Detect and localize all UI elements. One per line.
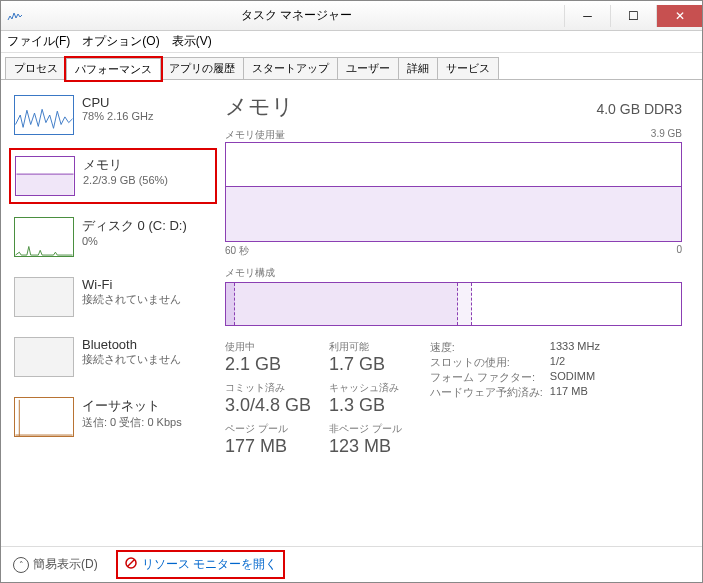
memory-thumb <box>15 156 75 196</box>
tab-details[interactable]: 詳細 <box>398 57 438 79</box>
main-subtitle: 4.0 GB DDR3 <box>596 101 682 117</box>
form-label: フォーム ファクター: <box>430 370 550 385</box>
commit-label: コミット済み <box>225 381 311 395</box>
menubar: ファイル(F) オプション(O) 表示(V) <box>1 31 702 53</box>
sidebar-item-bluetooth[interactable]: Bluetooth 接続されていません <box>9 330 217 384</box>
app-icon <box>7 8 23 24</box>
eth-thumb <box>14 397 74 437</box>
speed-value: 1333 MHz <box>550 340 600 355</box>
tab-users[interactable]: ユーザー <box>337 57 399 79</box>
memory-details-table: 速度:1333 MHz スロットの使用:1/2 フォーム ファクター:SODIM… <box>430 340 600 463</box>
slots-value: 1/2 <box>550 355 565 370</box>
memory-val: 2.2/3.9 GB (56%) <box>83 174 168 186</box>
main-title: メモリ <box>225 92 294 122</box>
svg-rect-0 <box>17 174 74 195</box>
memory-composition-chart <box>225 282 682 326</box>
resource-monitor-icon <box>124 556 138 573</box>
tab-startup[interactable]: スタートアップ <box>243 57 338 79</box>
commit-value: 3.0/4.8 GB <box>225 395 311 416</box>
sidebar-item-wifi[interactable]: Wi-Fi 接続されていません <box>9 270 217 324</box>
wifi-thumb <box>14 277 74 317</box>
maximize-button[interactable]: ☐ <box>610 5 656 27</box>
hw-value: 117 MB <box>550 385 588 400</box>
fewer-details-button[interactable]: ˄ 簡易表示(D) <box>13 556 98 573</box>
bt-name: Bluetooth <box>82 337 181 352</box>
eth-val: 送信: 0 受信: 0 Kbps <box>82 415 182 430</box>
svg-line-5 <box>127 560 134 567</box>
cpu-thumb <box>14 95 74 135</box>
sidebar-item-ethernet[interactable]: イーサネット 送信: 0 受信: 0 Kbps <box>9 390 217 444</box>
open-resource-monitor-label[interactable]: リソース モニターを開く <box>142 556 277 573</box>
wifi-val: 接続されていません <box>82 292 181 307</box>
eth-name: イーサネット <box>82 397 182 415</box>
footer: ˄ 簡易表示(D) リソース モニターを開く <box>1 546 702 582</box>
cached-label: キャッシュ済み <box>329 381 402 395</box>
sidebar-item-memory[interactable]: メモリ 2.2/3.9 GB (56%) <box>9 148 217 204</box>
sidebar-item-disk[interactable]: ディスク 0 (C: D:) 0% <box>9 210 217 264</box>
menu-view[interactable]: 表示(V) <box>172 33 212 50</box>
speed-label: 速度: <box>430 340 550 355</box>
minimize-button[interactable]: ─ <box>564 5 610 27</box>
nonpaged-value: 123 MB <box>329 436 402 457</box>
bt-val: 接続されていません <box>82 352 181 367</box>
tab-performance[interactable]: パフォーマンス <box>66 58 161 80</box>
tab-services[interactable]: サービス <box>437 57 499 79</box>
open-resource-monitor-link[interactable]: リソース モニターを開く <box>116 550 285 579</box>
nonpaged-label: 非ページ プール <box>329 422 402 436</box>
usage-max: 3.9 GB <box>651 128 682 142</box>
wifi-name: Wi-Fi <box>82 277 181 292</box>
tab-app-history[interactable]: アプリの履歴 <box>160 57 244 79</box>
tabstrip: プロセス パフォーマンス アプリの履歴 スタートアップ ユーザー 詳細 サービス <box>1 53 702 80</box>
main-panel: メモリ 4.0 GB DDR3 メモリ使用量 3.9 GB 60 秒 0 メモリ… <box>221 88 694 538</box>
sidebar: CPU 78% 2.16 GHz メモリ 2.2/3.9 GB (56%) ディ… <box>9 88 217 538</box>
in-use-label: 使用中 <box>225 340 311 354</box>
cpu-val: 78% 2.16 GHz <box>82 110 154 122</box>
hw-label: ハードウェア予約済み: <box>430 385 550 400</box>
in-use-value: 2.1 GB <box>225 354 311 375</box>
menu-file[interactable]: ファイル(F) <box>7 33 70 50</box>
memory-name: メモリ <box>83 156 168 174</box>
avail-label: 利用可能 <box>329 340 402 354</box>
disk-name: ディスク 0 (C: D:) <box>82 217 187 235</box>
disk-thumb <box>14 217 74 257</box>
slots-label: スロットの使用: <box>430 355 550 370</box>
memory-usage-chart <box>225 142 682 242</box>
x-right: 0 <box>676 244 682 258</box>
tab-processes[interactable]: プロセス <box>5 57 67 79</box>
paged-value: 177 MB <box>225 436 311 457</box>
cached-value: 1.3 GB <box>329 395 402 416</box>
bt-thumb <box>14 337 74 377</box>
window-title: タスク マネージャー <box>29 7 564 24</box>
titlebar: タスク マネージャー ─ ☐ ✕ <box>1 1 702 31</box>
composition-label: メモリ構成 <box>225 266 682 280</box>
paged-label: ページ プール <box>225 422 311 436</box>
usage-label: メモリ使用量 <box>225 128 285 142</box>
form-value: SODIMM <box>550 370 595 385</box>
avail-value: 1.7 GB <box>329 354 402 375</box>
sidebar-item-cpu[interactable]: CPU 78% 2.16 GHz <box>9 88 217 142</box>
disk-val: 0% <box>82 235 187 247</box>
menu-options[interactable]: オプション(O) <box>82 33 159 50</box>
x-left: 60 秒 <box>225 244 249 258</box>
chevron-up-icon: ˄ <box>13 557 29 573</box>
cpu-name: CPU <box>82 95 154 110</box>
close-button[interactable]: ✕ <box>656 5 702 27</box>
